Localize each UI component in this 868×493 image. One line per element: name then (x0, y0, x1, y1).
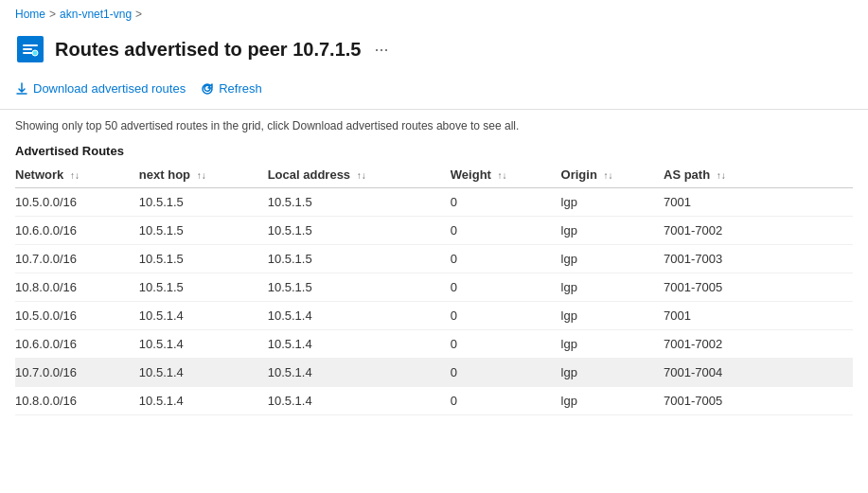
table-row[interactable]: 10.6.0.0/1610.5.1.410.5.1.40lgp7001-7002 (15, 330, 853, 359)
section-label: Advertised Routes (0, 138, 868, 162)
sort-icon-local-address[interactable]: ↑↓ (357, 170, 366, 181)
cell-as_path: 7001-7004 (664, 359, 853, 387)
table-row[interactable]: 10.5.0.0/1610.5.1.410.5.1.40lgp7001 (15, 302, 853, 330)
svg-rect-1 (23, 48, 32, 50)
table-row[interactable]: 10.6.0.0/1610.5.1.510.5.1.50lgp7001-7002 (15, 217, 853, 245)
cell-next_hop: 10.5.1.5 (139, 245, 268, 273)
more-options-icon[interactable]: ··· (374, 40, 388, 60)
cell-network: 10.7.0.0/16 (15, 245, 139, 273)
sort-icon-origin[interactable]: ↑↓ (603, 170, 612, 181)
cell-origin: lgp (561, 217, 664, 245)
cell-weight: 0 (451, 330, 561, 359)
info-text: Showing only top 50 advertised routes in… (0, 110, 868, 138)
refresh-button[interactable]: Refresh (201, 78, 262, 99)
toolbar: Download advertised routes Refresh (0, 74, 868, 110)
cell-origin: lgp (561, 302, 664, 330)
breadcrumb-sep2: > (135, 8, 142, 21)
cell-as_path: 7001-7002 (664, 330, 853, 359)
cell-local_address: 10.5.1.5 (268, 273, 451, 302)
cell-local_address: 10.5.1.4 (268, 387, 451, 415)
sort-icon-network[interactable]: ↑↓ (70, 170, 80, 181)
cell-next_hop: 10.5.1.4 (139, 330, 268, 359)
cell-local_address: 10.5.1.5 (268, 188, 451, 217)
cell-as_path: 7001-7005 (664, 273, 853, 302)
cell-local_address: 10.5.1.4 (268, 359, 451, 387)
svg-point-3 (32, 50, 38, 56)
col-network[interactable]: Network ↑↓ (15, 162, 139, 188)
vng-icon (15, 34, 45, 64)
svg-rect-0 (23, 44, 38, 46)
cell-network: 10.8.0.0/16 (15, 387, 139, 415)
cell-next_hop: 10.5.1.5 (139, 188, 268, 217)
cell-origin: lgp (561, 188, 664, 217)
cell-as_path: 7001 (664, 302, 853, 330)
cell-as_path: 7001-7002 (664, 217, 853, 245)
cell-next_hop: 10.5.1.5 (139, 273, 268, 302)
download-button[interactable]: Download advertised routes (15, 78, 186, 99)
cell-origin: lgp (561, 273, 664, 302)
download-icon (15, 82, 28, 96)
cell-local_address: 10.5.1.4 (268, 330, 451, 359)
table-row[interactable]: 10.5.0.0/1610.5.1.510.5.1.50lgp7001 (15, 188, 853, 217)
col-next-hop[interactable]: next hop ↑↓ (139, 162, 268, 188)
page-header: Routes advertised to peer 10.7.1.5 ··· (0, 28, 868, 74)
cell-local_address: 10.5.1.4 (268, 302, 451, 330)
cell-network: 10.8.0.0/16 (15, 273, 139, 302)
cell-as_path: 7001 (664, 188, 853, 217)
routes-table: Network ↑↓ next hop ↑↓ Local address ↑↓ … (15, 162, 853, 415)
sort-icon-next-hop[interactable]: ↑↓ (197, 170, 206, 181)
cell-local_address: 10.5.1.5 (268, 245, 451, 273)
cell-weight: 0 (451, 387, 561, 415)
col-local-address[interactable]: Local address ↑↓ (268, 162, 451, 188)
cell-weight: 0 (451, 188, 561, 217)
cell-weight: 0 (451, 217, 561, 245)
cell-weight: 0 (451, 245, 561, 273)
table-header-row: Network ↑↓ next hop ↑↓ Local address ↑↓ … (15, 162, 853, 188)
page-title: Routes advertised to peer 10.7.1.5 (55, 39, 361, 61)
cell-weight: 0 (451, 359, 561, 387)
breadcrumb: Home > akn-vnet1-vng > (0, 0, 868, 28)
cell-weight: 0 (451, 302, 561, 330)
cell-origin: lgp (561, 245, 664, 273)
col-as-path[interactable]: AS path ↑↓ (664, 162, 853, 188)
cell-network: 10.7.0.0/16 (15, 359, 139, 387)
refresh-label: Refresh (219, 81, 262, 96)
breadcrumb-home[interactable]: Home (15, 8, 45, 21)
col-origin[interactable]: Origin ↑↓ (561, 162, 664, 188)
table-row[interactable]: 10.8.0.0/1610.5.1.510.5.1.50lgp7001-7005 (15, 273, 853, 302)
info-message: Showing only top 50 advertised routes in… (15, 119, 519, 132)
sort-icon-weight[interactable]: ↑↓ (498, 170, 507, 181)
refresh-icon (201, 82, 214, 96)
cell-network: 10.6.0.0/16 (15, 330, 139, 359)
cell-next_hop: 10.5.1.4 (139, 359, 268, 387)
table-row[interactable]: 10.7.0.0/1610.5.1.510.5.1.50lgp7001-7003 (15, 245, 853, 273)
cell-next_hop: 10.5.1.5 (139, 217, 268, 245)
table-row[interactable]: 10.8.0.0/1610.5.1.410.5.1.40lgp7001-7005 (15, 387, 853, 415)
cell-origin: lgp (561, 330, 664, 359)
col-weight[interactable]: Weight ↑↓ (451, 162, 561, 188)
cell-local_address: 10.5.1.5 (268, 217, 451, 245)
cell-weight: 0 (451, 273, 561, 302)
cell-origin: lgp (561, 359, 664, 387)
cell-network: 10.5.0.0/16 (15, 302, 139, 330)
table-row[interactable]: 10.7.0.0/1610.5.1.410.5.1.40lgp7001-7004 (15, 359, 853, 387)
cell-network: 10.6.0.0/16 (15, 217, 139, 245)
table-container: Network ↑↓ next hop ↑↓ Local address ↑↓ … (0, 162, 868, 415)
cell-next_hop: 10.5.1.4 (139, 387, 268, 415)
cell-origin: lgp (561, 387, 664, 415)
sort-icon-as-path[interactable]: ↑↓ (717, 170, 726, 181)
breadcrumb-sep1: > (49, 8, 56, 21)
cell-network: 10.5.0.0/16 (15, 188, 139, 217)
cell-as_path: 7001-7003 (664, 245, 853, 273)
cell-as_path: 7001-7005 (664, 387, 853, 415)
cell-next_hop: 10.5.1.4 (139, 302, 268, 330)
breadcrumb-resource[interactable]: akn-vnet1-vng (60, 8, 132, 21)
download-label: Download advertised routes (33, 81, 186, 96)
